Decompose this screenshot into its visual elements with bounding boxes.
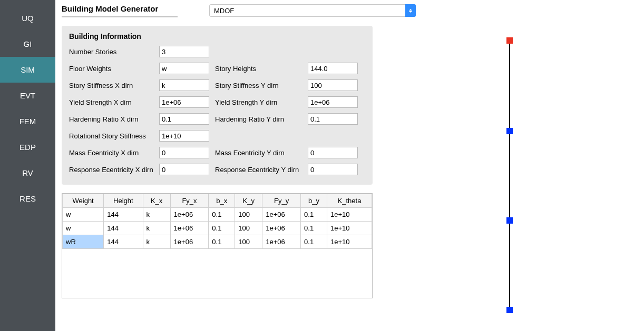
node-top[interactable] xyxy=(506,37,513,44)
node-floor[interactable] xyxy=(506,128,513,134)
table-cell[interactable]: 0.1 xyxy=(209,235,235,249)
input-rey[interactable] xyxy=(308,164,358,175)
table-cell[interactable]: 1e+06 xyxy=(262,235,301,249)
input-hy[interactable] xyxy=(308,113,358,125)
building-info-panel: Building Information Number Stories Floo… xyxy=(62,26,373,185)
table-cell[interactable]: 100 xyxy=(235,235,262,249)
table-cell[interactable]: 0.1 xyxy=(301,235,327,249)
table-cell[interactable]: 0.1 xyxy=(301,222,327,235)
table-row[interactable]: wR144k1e+060.11001e+060.11e+10 xyxy=(63,235,372,249)
main-content: Building Model Generator MDOF Building I… xyxy=(55,0,644,331)
table-cell[interactable]: 1e+10 xyxy=(327,235,372,249)
table-cell[interactable]: 1e+06 xyxy=(170,235,209,249)
node-floor[interactable] xyxy=(506,217,513,224)
table-cell[interactable]: 0.1 xyxy=(209,222,235,235)
label-rot: Rotational Story Stiffness xyxy=(69,132,156,140)
table-cell[interactable]: 1e+10 xyxy=(327,208,372,222)
story-table-wrap: WeightHeightK_xFy_xb_xK_yFy_yb_yK_theta … xyxy=(62,193,373,298)
sidebar-item-rv[interactable]: RV xyxy=(0,160,55,186)
model-select[interactable]: MDOF xyxy=(209,4,416,17)
table-header[interactable]: K_theta xyxy=(327,194,372,208)
label-ky: Story Stiffness Y dirn xyxy=(215,82,305,89)
content-row: Building Information Number Stories Floo… xyxy=(62,26,638,320)
label-num-stories: Number Stories xyxy=(69,48,156,56)
table-header[interactable]: b_y xyxy=(301,194,327,208)
table-row[interactable]: w144k1e+060.11001e+060.11e+10 xyxy=(63,208,372,222)
page-title: Building Model Generator xyxy=(62,4,178,16)
sidebar-item-edp[interactable]: EDP xyxy=(0,134,55,160)
label-yx: Yield Strength X dirn xyxy=(69,98,156,106)
table-cell[interactable]: 1e+06 xyxy=(262,222,301,235)
table-header[interactable]: b_x xyxy=(209,194,235,208)
table-cell[interactable]: k xyxy=(143,222,170,235)
form-grid: Number Stories Floor Weights Story Heigh… xyxy=(69,46,365,175)
stick-model-viz xyxy=(383,26,636,320)
table-header[interactable]: K_y xyxy=(235,194,262,208)
input-ky[interactable] xyxy=(308,79,358,91)
header-row: Building Model Generator MDOF xyxy=(62,4,638,17)
input-yy[interactable] xyxy=(308,96,358,108)
title-underline xyxy=(62,16,178,17)
table-header[interactable]: K_x xyxy=(143,194,170,208)
label-rex: Response Ecentricity X dirn xyxy=(69,166,156,174)
input-story-heights[interactable] xyxy=(308,63,358,74)
sidebar-item-uq[interactable]: UQ xyxy=(0,5,55,31)
input-rot[interactable] xyxy=(159,130,209,142)
stick-line xyxy=(509,41,510,310)
input-mex[interactable] xyxy=(159,147,209,158)
label-floor-weights: Floor Weights xyxy=(69,65,156,73)
table-cell[interactable]: 100 xyxy=(235,208,262,222)
label-mey: Mass Ecentricity Y dirn xyxy=(215,149,305,157)
table-cell[interactable]: 1e+10 xyxy=(327,222,372,235)
table-header[interactable]: Fy_y xyxy=(262,194,301,208)
title-block: Building Model Generator xyxy=(62,4,178,17)
sidebar: UQ GI SIM EVT FEM EDP RV RES xyxy=(0,0,55,331)
label-hy: Hardening Ratio Y dirn xyxy=(215,115,305,123)
table-cell[interactable]: 144 xyxy=(104,235,143,249)
sidebar-item-sim[interactable]: SIM xyxy=(0,57,55,83)
table-header[interactable]: Height xyxy=(104,194,143,208)
input-kx[interactable] xyxy=(159,79,209,91)
label-rey: Response Ecentricity Y dirn xyxy=(215,166,305,174)
sidebar-item-gi[interactable]: GI xyxy=(0,31,55,57)
table-cell[interactable]: k xyxy=(143,235,170,249)
label-mex: Mass Ecentricity X dirn xyxy=(69,149,156,157)
label-yy: Yield Strength Y dirn xyxy=(215,98,305,106)
node-floor[interactable] xyxy=(506,307,513,313)
sidebar-item-res[interactable]: RES xyxy=(0,186,55,212)
table-cell[interactable]: 0.1 xyxy=(209,208,235,222)
table-cell[interactable]: 100 xyxy=(235,222,262,235)
table-cell[interactable]: w xyxy=(63,208,104,222)
table-cell[interactable]: wR xyxy=(63,235,104,249)
table-header[interactable]: Weight xyxy=(63,194,104,208)
table-cell[interactable]: 1e+06 xyxy=(170,208,209,222)
label-kx: Story Stiffness X dirn xyxy=(69,82,156,89)
table-cell[interactable]: 144 xyxy=(104,222,143,235)
sidebar-item-evt[interactable]: EVT xyxy=(0,83,55,108)
panel-title: Building Information xyxy=(69,32,365,41)
table-cell[interactable]: 144 xyxy=(104,208,143,222)
model-select-wrap: MDOF xyxy=(209,4,416,17)
table-cell[interactable]: 0.1 xyxy=(301,208,327,222)
table-cell[interactable]: k xyxy=(143,208,170,222)
input-num-stories[interactable] xyxy=(159,46,209,57)
input-floor-weights[interactable] xyxy=(159,63,209,74)
table-cell[interactable]: 1e+06 xyxy=(170,222,209,235)
story-table[interactable]: WeightHeightK_xFy_xb_xK_yFy_yb_yK_theta … xyxy=(62,194,372,249)
input-mey[interactable] xyxy=(308,147,358,158)
input-hx[interactable] xyxy=(159,113,209,125)
sidebar-item-fem[interactable]: FEM xyxy=(0,108,55,134)
label-story-heights: Story Heights xyxy=(215,65,305,73)
left-column: Building Information Number Stories Floo… xyxy=(62,26,373,298)
table-header[interactable]: Fy_x xyxy=(170,194,209,208)
input-rex[interactable] xyxy=(159,164,209,175)
input-yx[interactable] xyxy=(159,96,209,108)
table-cell[interactable]: w xyxy=(63,222,104,235)
table-cell[interactable]: 1e+06 xyxy=(262,208,301,222)
label-hx: Hardening Ratio X dirn xyxy=(69,115,156,123)
table-row[interactable]: w144k1e+060.11001e+060.11e+10 xyxy=(63,222,372,235)
